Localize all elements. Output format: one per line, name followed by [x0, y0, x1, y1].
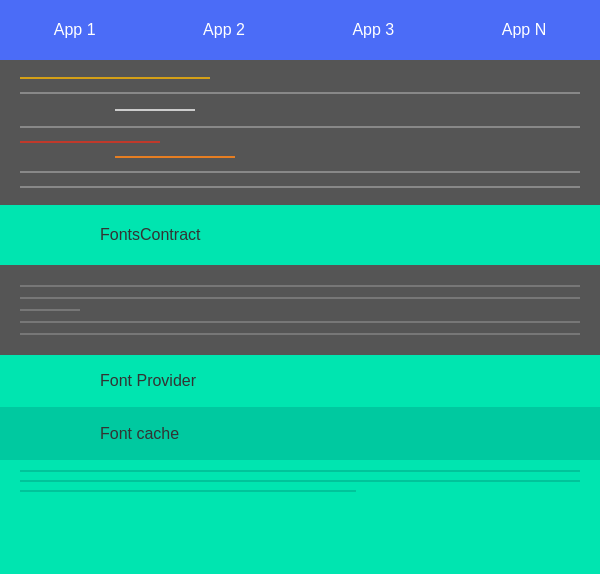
tab-app2[interactable]: App 2	[187, 21, 261, 39]
teal-line-1	[20, 470, 580, 472]
tab-appN[interactable]: App N	[486, 21, 562, 39]
bottom-teal-section	[0, 460, 600, 574]
line-yellow	[20, 77, 210, 79]
dark-line-1	[20, 285, 580, 287]
top-bar: App 1 App 2 App 3 App N	[0, 0, 600, 60]
dark-line-2	[20, 297, 580, 299]
font-provider-label: Font Provider	[100, 372, 196, 390]
teal-line-2	[20, 480, 580, 482]
tab-app3[interactable]: App 3	[336, 21, 410, 39]
main-container: App 1 App 2 App 3 App N FontsContract Fo…	[0, 0, 600, 574]
teal-line-3	[20, 490, 356, 492]
dark-section-2	[0, 265, 600, 355]
line-gray-2	[20, 126, 580, 128]
tab-app1[interactable]: App 1	[38, 21, 112, 39]
fonts-contract-section: FontsContract	[0, 205, 600, 265]
dark-line-4	[20, 333, 580, 335]
font-cache-label: Font cache	[100, 425, 179, 443]
line-gray-1	[20, 92, 580, 94]
line-red	[20, 141, 160, 143]
line-white	[115, 109, 195, 111]
bottom-lines	[0, 470, 600, 492]
line-orange	[115, 156, 235, 158]
line-gray-3	[20, 171, 580, 173]
dark-line-sm-1	[20, 309, 80, 311]
font-cache-section: Font cache	[0, 408, 600, 460]
font-provider-section: Font Provider	[0, 355, 600, 407]
dark-section-1	[0, 60, 600, 205]
dark-line-3	[20, 321, 580, 323]
line-gray-4	[20, 186, 580, 188]
fonts-contract-label: FontsContract	[100, 226, 200, 244]
